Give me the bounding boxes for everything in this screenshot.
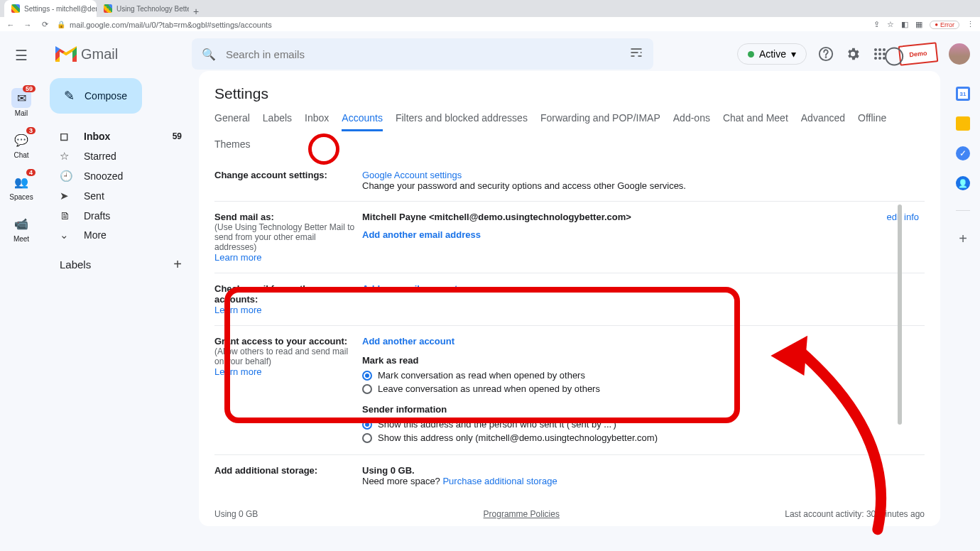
get-addons-button[interactable]: + xyxy=(959,231,967,247)
tab-title: Settings - mitchell@demo.usi xyxy=(24,5,97,13)
star-icon: ☆ xyxy=(60,150,72,163)
chevron-down-icon: ⌄ xyxy=(60,229,72,241)
keep-icon[interactable] xyxy=(956,116,970,131)
url-text: mail.google.com/mail/u/0/?tab=rm&ogbl#se… xyxy=(70,21,272,29)
tasks-icon[interactable] xyxy=(956,146,970,160)
tab-themes[interactable]: Themes xyxy=(214,138,251,156)
tab-inbox[interactable]: Inbox xyxy=(305,112,329,131)
purchase-storage-link[interactable]: Purchase additional storage xyxy=(442,476,557,486)
scrollbar-track[interactable] xyxy=(898,204,902,551)
section-label: Check email from other accounts: xyxy=(214,283,356,305)
file-icon: 🗎 xyxy=(60,209,72,222)
footer-policies-link[interactable]: Programme Policies xyxy=(484,509,560,519)
calendar-icon[interactable] xyxy=(956,87,970,101)
radio-leave-unread[interactable]: Leave conversation as unread when opened… xyxy=(362,382,925,395)
tab-general[interactable]: General xyxy=(214,112,250,131)
main-content: Settings General Labels Inbox Accounts F… xyxy=(199,31,980,551)
chat-badge: 3 xyxy=(26,127,36,134)
extension-icon[interactable]: ▦ xyxy=(915,20,922,29)
settings-tabs: General Labels Inbox Accounts Filters an… xyxy=(199,112,940,131)
address-bar: ← → ⟳ 🔒 mail.google.com/mail/u/0/?tab=rm… xyxy=(0,17,980,31)
side-panel-rail: + xyxy=(946,77,980,247)
learn-more-link[interactable]: Learn more xyxy=(214,252,261,263)
radio-label: Leave conversation as unread when opened… xyxy=(378,383,600,394)
browser-menu-icon[interactable]: ⋮ xyxy=(967,20,974,29)
app-rail: ☰ ✉59 Mail 💬3 Chat 👥4 Spaces 📹 Meet xyxy=(0,31,43,551)
nav-snoozed[interactable]: 🕘Snoozed xyxy=(50,166,192,186)
labels-title: Labels xyxy=(60,258,91,271)
edit-info-link[interactable]: edit info xyxy=(886,212,925,263)
share-icon[interactable]: ⇪ xyxy=(873,20,880,29)
tab-bar: Settings - mitchell@demo.usi× Using Tech… xyxy=(0,0,980,17)
url-box[interactable]: 🔒 mail.google.com/mail/u/0/?tab=rm&ogbl#… xyxy=(57,21,866,29)
clock-icon: 🕘 xyxy=(60,170,72,182)
tab-addons[interactable]: Add-ons xyxy=(673,112,710,131)
main-menu-button[interactable]: ☰ xyxy=(7,41,36,70)
add-account-link[interactable]: Add an email account xyxy=(362,283,457,294)
rail-mail[interactable]: ✉59 Mail xyxy=(11,88,31,117)
nav-inbox[interactable]: ◻ Inbox 59 xyxy=(50,126,192,146)
rail-chat[interactable]: 💬3 Chat xyxy=(11,130,31,159)
nav-label: Drafts xyxy=(84,210,110,222)
tab-forwarding[interactable]: Forwarding and POP/IMAP xyxy=(540,112,660,131)
section-check-mail: Check email from other accounts: Learn m… xyxy=(214,273,925,326)
tab-advanced[interactable]: Advanced xyxy=(801,112,845,131)
nav-drafts[interactable]: 🗎Drafts xyxy=(50,206,192,225)
reload-button[interactable]: ⟳ xyxy=(40,20,50,29)
gmail-m-icon xyxy=(55,46,77,62)
back-button[interactable]: ← xyxy=(6,21,16,29)
tab-chat-meet[interactable]: Chat and Meet xyxy=(723,112,788,131)
lock-icon: 🔒 xyxy=(57,21,65,28)
radio-icon xyxy=(362,371,372,381)
browser-tab[interactable]: Using Technology Better Mai× xyxy=(97,0,189,17)
error-chip[interactable]: Error xyxy=(930,21,959,29)
learn-more-link[interactable]: Learn more xyxy=(214,305,261,315)
rail-label: Mail xyxy=(15,109,28,117)
nav-label: Inbox xyxy=(84,131,110,142)
tab-filters[interactable]: Filters and blocked addresses xyxy=(396,112,528,131)
tab-accounts[interactable]: Accounts xyxy=(342,112,383,131)
contacts-icon[interactable] xyxy=(956,176,970,190)
add-email-link[interactable]: Add another email address xyxy=(362,229,481,240)
rail-spaces[interactable]: 👥4 Spaces xyxy=(9,172,33,201)
google-account-link[interactable]: Google Account settings xyxy=(362,170,462,180)
browser-tab-active[interactable]: Settings - mitchell@demo.usi× xyxy=(4,0,97,17)
mail-badge: 59 xyxy=(23,85,36,92)
browser-chrome: Settings - mitchell@demo.usi× Using Tech… xyxy=(0,0,980,31)
radio-show-both[interactable]: Show this address and the person who sen… xyxy=(362,418,925,431)
new-tab-button[interactable]: + xyxy=(189,6,203,17)
page-title: Settings xyxy=(199,85,940,112)
spaces-badge: 4 xyxy=(26,169,36,176)
learn-more-link[interactable]: Learn more xyxy=(214,366,261,377)
inbox-icon: ◻ xyxy=(60,130,72,143)
section-send-mail-as: Send mail as: (Use Using Technology Bett… xyxy=(214,202,925,273)
radio-icon xyxy=(362,384,372,394)
product-name: Gmail xyxy=(81,46,118,62)
section-label: Change account settings: xyxy=(214,170,327,180)
radio-show-address-only[interactable]: Show this address only (mitchell@demo.us… xyxy=(362,431,925,444)
nav-more[interactable]: ⌄More xyxy=(50,225,192,245)
nav-sent[interactable]: ➤Sent xyxy=(50,186,192,206)
gmail-favicon xyxy=(11,4,20,13)
compose-button[interactable]: ✎ Compose xyxy=(50,78,142,114)
compose-label: Compose xyxy=(85,90,127,102)
rail-label: Spaces xyxy=(9,193,33,201)
settings-panel: Settings General Labels Inbox Accounts F… xyxy=(199,71,940,526)
tab-labels[interactable]: Labels xyxy=(263,112,292,131)
extension-icon[interactable]: ◧ xyxy=(901,20,908,29)
gmail-logo[interactable]: Gmail xyxy=(55,46,118,62)
tab-title: Using Technology Better Mai xyxy=(116,5,189,13)
tab-offline[interactable]: Offline xyxy=(858,112,886,131)
add-delegate-link[interactable]: Add another account xyxy=(362,336,454,347)
rail-meet[interactable]: 📹 Meet xyxy=(11,214,31,243)
sender-info-heading: Sender information xyxy=(362,404,925,415)
add-label-button[interactable]: + xyxy=(173,256,182,273)
send-icon: ➤ xyxy=(60,190,72,202)
section-grant-access: Grant access to your account: (Allow oth… xyxy=(214,326,925,455)
settings-footer: Using 0 GB Programme Policies Last accou… xyxy=(199,496,940,519)
radio-mark-read[interactable]: Mark conversation as read when opened by… xyxy=(362,369,925,382)
nav-starred[interactable]: ☆Starred xyxy=(50,146,192,166)
scrollbar-thumb[interactable] xyxy=(898,204,902,425)
star-icon[interactable]: ☆ xyxy=(887,20,894,29)
forward-button[interactable]: → xyxy=(23,21,33,29)
